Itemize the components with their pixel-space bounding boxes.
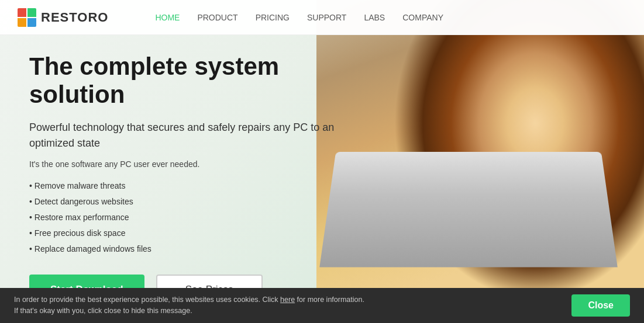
start-download-button[interactable]: Start Download <box>29 275 144 288</box>
navbar: RESTORO HOME PRODUCT PRICING SUPPORT LAB… <box>0 0 644 35</box>
cookie-here-link[interactable]: here <box>280 296 295 304</box>
feature-1: Remove malware threats <box>29 178 369 194</box>
cookie-text: In order to provide the best experience … <box>14 294 560 317</box>
cookie-close-button[interactable]: Close <box>571 294 630 317</box>
logo-icon <box>18 8 36 27</box>
feature-2: Detect dangerous websites <box>29 194 369 210</box>
button-row: Start Download See Prices <box>29 275 369 288</box>
feature-3: Restore max performance <box>29 210 369 225</box>
nav-company[interactable]: COMPANY <box>402 13 443 22</box>
hero-description: It's the one software any PC user ever n… <box>29 159 369 169</box>
hero-section: The complete system solution Powerful te… <box>0 0 644 288</box>
logo-text: RESTORO <box>41 10 108 25</box>
nav-home[interactable]: HOME <box>155 13 180 22</box>
nav-pricing[interactable]: PRICING <box>256 13 290 22</box>
cookie-text-before: In order to provide the best experience … <box>14 296 280 304</box>
feature-4: Free precious disk space <box>29 225 369 241</box>
cookie-bar: In order to provide the best experience … <box>0 288 644 323</box>
nav-labs[interactable]: LABS <box>364 13 385 22</box>
nav-support[interactable]: SUPPORT <box>307 13 346 22</box>
logo[interactable]: RESTORO <box>18 8 108 27</box>
see-prices-button[interactable]: See Prices <box>156 275 263 288</box>
hero-subtitle: Powerful technology that secures and saf… <box>29 120 369 151</box>
nav-product[interactable]: PRODUCT <box>197 13 237 22</box>
nav-links: HOME PRODUCT PRICING SUPPORT LABS COMPAN… <box>155 13 443 22</box>
feature-list: Remove malware threats Detect dangerous … <box>29 178 369 257</box>
hero-title: The complete system solution <box>29 53 369 109</box>
feature-5: Replace damaged windows files <box>29 241 369 257</box>
hero-content: The complete system solution Powerful te… <box>18 35 380 288</box>
